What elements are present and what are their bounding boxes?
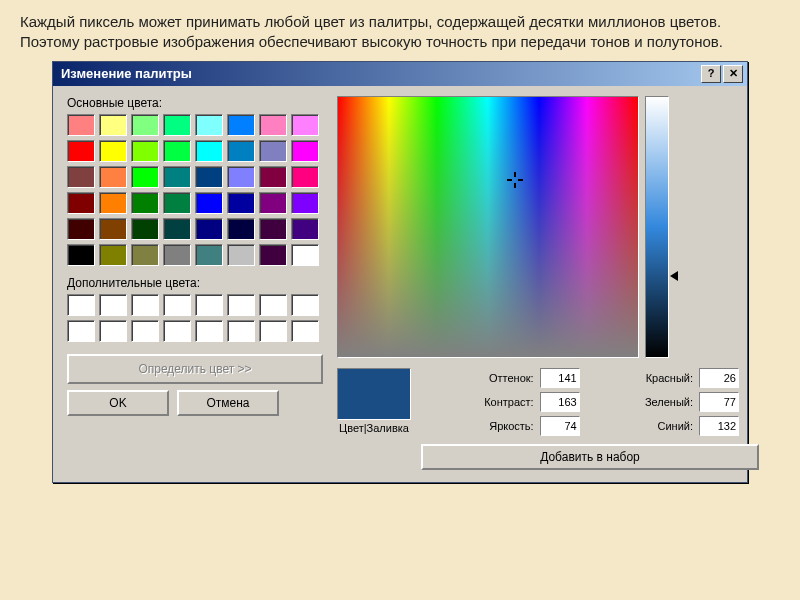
luminance-arrow-icon: [670, 271, 678, 281]
basic-color-swatch[interactable]: [99, 114, 127, 136]
basic-color-swatch[interactable]: [195, 244, 223, 266]
green-input[interactable]: [699, 392, 739, 412]
basic-color-swatch[interactable]: [99, 218, 127, 240]
basic-color-swatch[interactable]: [259, 166, 287, 188]
red-input[interactable]: [699, 368, 739, 388]
lum-label: Яркость:: [421, 420, 534, 432]
green-label: Зеленый:: [582, 396, 693, 408]
basic-color-swatch[interactable]: [227, 166, 255, 188]
basic-color-swatch[interactable]: [67, 140, 95, 162]
basic-color-swatch[interactable]: [259, 140, 287, 162]
close-button[interactable]: ✕: [723, 65, 743, 83]
basic-color-swatch[interactable]: [163, 244, 191, 266]
blue-input[interactable]: [699, 416, 739, 436]
custom-color-swatch[interactable]: [291, 320, 319, 342]
basic-color-swatch[interactable]: [259, 218, 287, 240]
hue-label: Оттенок:: [421, 372, 534, 384]
basic-color-swatch[interactable]: [227, 192, 255, 214]
custom-colors-grid: [67, 294, 323, 342]
define-color-button: Определить цвет >>: [67, 354, 323, 384]
custom-color-swatch[interactable]: [195, 320, 223, 342]
basic-color-swatch[interactable]: [131, 192, 159, 214]
custom-color-swatch[interactable]: [67, 320, 95, 342]
basic-color-swatch[interactable]: [291, 140, 319, 162]
hue-input[interactable]: [540, 368, 580, 388]
custom-color-swatch[interactable]: [163, 320, 191, 342]
basic-color-swatch[interactable]: [99, 140, 127, 162]
basic-color-swatch[interactable]: [291, 192, 319, 214]
crosshair-icon: [507, 172, 523, 188]
basic-color-swatch[interactable]: [227, 244, 255, 266]
basic-color-swatch[interactable]: [227, 218, 255, 240]
custom-color-swatch[interactable]: [67, 294, 95, 316]
basic-color-swatch[interactable]: [131, 166, 159, 188]
basic-color-swatch[interactable]: [195, 140, 223, 162]
basic-color-swatch[interactable]: [67, 244, 95, 266]
preview-label: Цвет|Заливка: [337, 422, 411, 434]
basic-color-swatch[interactable]: [99, 166, 127, 188]
sat-input[interactable]: [540, 392, 580, 412]
basic-color-swatch[interactable]: [67, 218, 95, 240]
custom-color-swatch[interactable]: [99, 294, 127, 316]
basic-color-swatch[interactable]: [195, 218, 223, 240]
basic-color-swatch[interactable]: [131, 140, 159, 162]
red-label: Красный:: [582, 372, 693, 384]
luminance-slider[interactable]: [645, 96, 669, 358]
basic-color-swatch[interactable]: [227, 114, 255, 136]
basic-color-swatch[interactable]: [99, 244, 127, 266]
basic-color-swatch[interactable]: [163, 140, 191, 162]
basic-color-swatch[interactable]: [195, 166, 223, 188]
blue-label: Синий:: [582, 420, 693, 432]
basic-color-swatch[interactable]: [131, 244, 159, 266]
basic-color-swatch[interactable]: [131, 218, 159, 240]
custom-colors-label: Дополнительные цвета:: [67, 276, 323, 290]
basic-color-swatch[interactable]: [67, 166, 95, 188]
basic-color-swatch[interactable]: [163, 218, 191, 240]
help-button[interactable]: ?: [701, 65, 721, 83]
custom-color-swatch[interactable]: [99, 320, 127, 342]
ok-button[interactable]: OK: [67, 390, 169, 416]
basic-colors-grid: [67, 114, 323, 266]
basic-color-swatch[interactable]: [99, 192, 127, 214]
custom-color-swatch[interactable]: [195, 294, 223, 316]
basic-color-swatch[interactable]: [291, 244, 319, 266]
basic-color-swatch[interactable]: [67, 114, 95, 136]
cancel-button[interactable]: Отмена: [177, 390, 279, 416]
basic-color-swatch[interactable]: [291, 166, 319, 188]
basic-color-swatch[interactable]: [291, 218, 319, 240]
dialog-title: Изменение палитры: [61, 66, 192, 81]
basic-color-swatch[interactable]: [195, 192, 223, 214]
custom-color-swatch[interactable]: [259, 320, 287, 342]
custom-color-swatch[interactable]: [227, 320, 255, 342]
custom-color-swatch[interactable]: [259, 294, 287, 316]
custom-color-swatch[interactable]: [131, 294, 159, 316]
sat-label: Контраст:: [421, 396, 534, 408]
add-to-custom-button[interactable]: Добавить в набор: [421, 444, 759, 470]
color-field[interactable]: [337, 96, 639, 358]
basic-color-swatch[interactable]: [259, 114, 287, 136]
custom-color-swatch[interactable]: [291, 294, 319, 316]
custom-color-swatch[interactable]: [131, 320, 159, 342]
slide-description-text: Каждый пиксель может принимать любой цве…: [0, 0, 800, 61]
basic-color-swatch[interactable]: [291, 114, 319, 136]
color-preview: [337, 368, 411, 420]
basic-color-swatch[interactable]: [259, 192, 287, 214]
basic-color-swatch[interactable]: [163, 192, 191, 214]
custom-color-swatch[interactable]: [163, 294, 191, 316]
basic-color-swatch[interactable]: [67, 192, 95, 214]
basic-color-swatch[interactable]: [163, 114, 191, 136]
basic-color-swatch[interactable]: [163, 166, 191, 188]
color-picker-dialog: Изменение палитры ? ✕ Основные цвета: До…: [52, 61, 748, 483]
basic-color-swatch[interactable]: [195, 114, 223, 136]
titlebar: Изменение палитры ? ✕: [53, 62, 747, 86]
basic-color-swatch[interactable]: [131, 114, 159, 136]
basic-color-swatch[interactable]: [259, 244, 287, 266]
basic-color-swatch[interactable]: [227, 140, 255, 162]
basic-colors-label: Основные цвета:: [67, 96, 323, 110]
lum-input[interactable]: [540, 416, 580, 436]
custom-color-swatch[interactable]: [227, 294, 255, 316]
